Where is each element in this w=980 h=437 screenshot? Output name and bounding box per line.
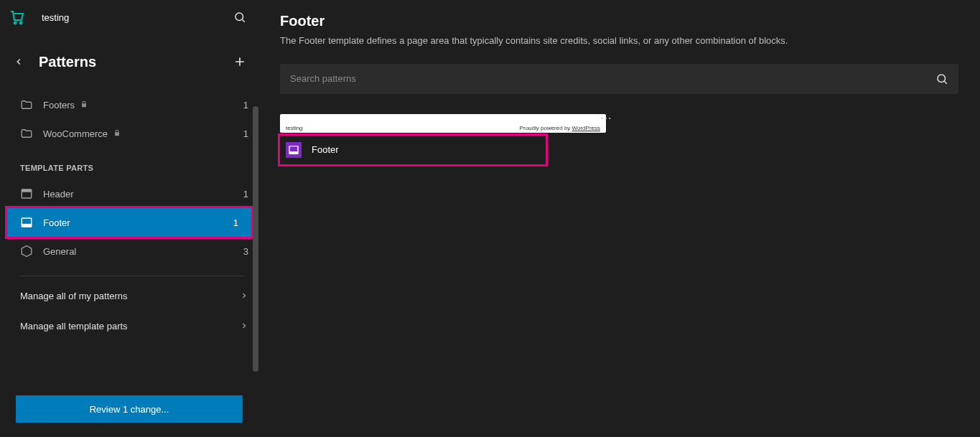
sidebar-item-count: 1 — [243, 100, 248, 111]
manage-link-label: Manage all template parts — [20, 321, 128, 332]
back-icon[interactable] — [6, 49, 32, 75]
search-icon — [935, 72, 948, 85]
svg-rect-4 — [22, 189, 32, 192]
template-part-preview[interactable]: testing Proudly powered by WordPress — [280, 114, 606, 133]
sidebar-nav-scroll: Footers 1 WooCommerce 1 TEMPLATE PARTS — [0, 90, 258, 385]
more-actions-icon[interactable]: ⋯ — [600, 111, 612, 125]
sidebar-item-label: Footers — [43, 100, 75, 111]
footer-part-icon — [286, 142, 302, 158]
sidebar-item-footer[interactable]: Footer 1 — [7, 208, 251, 237]
preview-text-left: testing — [286, 125, 303, 131]
sidebar-item-label: Footer — [43, 217, 70, 228]
chevron-right-icon — [240, 321, 248, 330]
sidebar-item-count: 1 — [243, 189, 248, 199]
template-part-title-row[interactable]: Footer — [280, 136, 546, 164]
site-logo[interactable] — [6, 6, 29, 29]
header-layout-icon — [20, 187, 33, 200]
lock-icon — [80, 100, 89, 109]
sidebar-item-label: Header — [43, 189, 74, 199]
manage-template-parts-link[interactable]: Manage all template parts — [0, 311, 258, 341]
preview-wordpress-link: WordPress — [572, 125, 600, 131]
svg-rect-6 — [22, 224, 32, 227]
sidebar-item-footers[interactable]: Footers 1 — [0, 90, 258, 119]
command-palette-icon[interactable] — [227, 4, 253, 30]
folder-icon — [20, 127, 33, 140]
sidebar-item-label: WooCommerce — [43, 128, 108, 139]
lock-icon — [113, 129, 122, 138]
add-pattern-icon[interactable] — [227, 49, 253, 75]
sidebar-scrollbar-thumb[interactable] — [253, 106, 258, 372]
sidebar-item-header[interactable]: Header 1 — [0, 179, 258, 208]
page-title: Footer — [280, 13, 958, 29]
review-changes-button[interactable]: Review 1 change... — [16, 395, 243, 423]
template-part-card: testing Proudly powered by WordPress Foo… — [280, 114, 606, 164]
svg-point-7 — [938, 75, 946, 83]
sidebar-item-count: 1 — [233, 217, 238, 228]
site-title[interactable]: testing — [42, 12, 227, 23]
sidebar-header: Patterns — [0, 34, 258, 90]
page-description: The Footer template defines a page area … — [280, 34, 958, 48]
sidebar: testing Patterns Footers — [0, 0, 258, 437]
preview-text-right: Proudly powered by WordPress — [520, 125, 600, 131]
svg-point-0 — [14, 22, 17, 24]
manage-link-label: Manage all of my patterns — [20, 291, 128, 301]
search-input[interactable] — [290, 73, 935, 84]
svg-point-2 — [235, 13, 243, 21]
sidebar-item-label: General — [43, 246, 76, 257]
sidebar-item-woocommerce[interactable]: WooCommerce 1 — [0, 119, 258, 148]
general-layout-icon — [20, 245, 33, 258]
divider — [20, 276, 244, 276]
svg-point-1 — [20, 22, 22, 24]
review-bar: Review 1 change... — [0, 385, 258, 437]
footer-layout-icon — [20, 216, 33, 229]
manage-my-patterns-link[interactable]: Manage all of my patterns — [0, 281, 258, 311]
sidebar-item-count: 1 — [243, 128, 248, 139]
template-part-name: Footer — [312, 144, 339, 155]
svg-rect-9 — [289, 151, 298, 154]
search-patterns-field[interactable] — [280, 64, 958, 94]
sidebar-item-count: 3 — [243, 246, 248, 257]
chevron-right-icon — [240, 291, 248, 300]
sidebar-title: Patterns — [39, 54, 227, 70]
folder-icon — [20, 98, 33, 111]
section-label-template-parts: TEMPLATE PARTS — [0, 148, 258, 179]
sidebar-item-general[interactable]: General 3 — [0, 237, 258, 266]
main-content: Footer The Footer template defines a pag… — [258, 0, 980, 437]
sidebar-topbar: testing — [0, 0, 258, 34]
